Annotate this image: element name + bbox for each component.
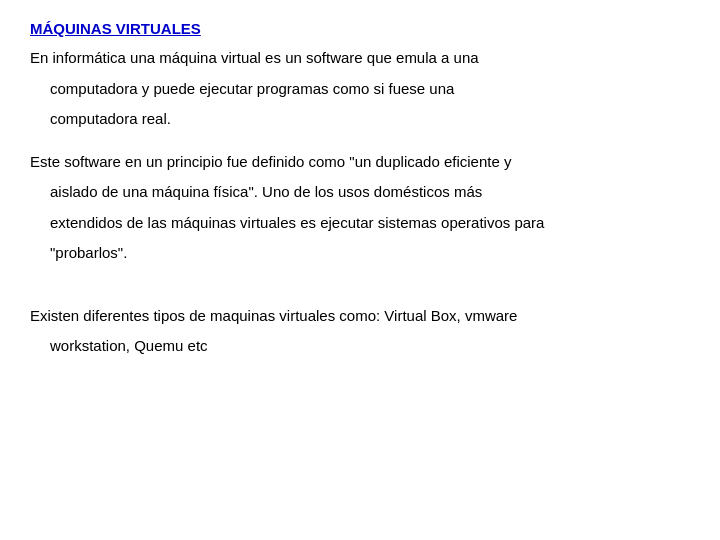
paragraph-3-line-1: Existen diferentes tipos de maquinas vir… (30, 305, 690, 328)
paragraph-2-line-3: extendidos de las máquinas virtuales es … (50, 212, 690, 235)
spacer (30, 285, 690, 305)
paragraph-2-line-4: "probarlos". (50, 242, 690, 265)
paragraph-block-2: Este software en un principio fue defini… (30, 151, 690, 265)
content-area: MÁQUINAS VIRTUALES En informática una má… (0, 0, 720, 398)
paragraph-3-line-2: workstation, Quemu etc (50, 335, 690, 358)
paragraph-block-3: Existen diferentes tipos de maquinas vir… (30, 305, 690, 358)
page-title: MÁQUINAS VIRTUALES (30, 20, 690, 37)
paragraph-1-line-2: computadora y puede ejecutar programas c… (50, 78, 690, 101)
paragraph-2-line-1: Este software en un principio fue defini… (30, 151, 690, 174)
paragraph-1-line-1: En informática una máquina virtual es un… (30, 47, 690, 70)
paragraph-2-line-2: aislado de una máquina física". Uno de l… (50, 181, 690, 204)
paragraph-1-line-3: computadora real. (50, 108, 690, 131)
paragraph-block-1: En informática una máquina virtual es un… (30, 47, 690, 131)
